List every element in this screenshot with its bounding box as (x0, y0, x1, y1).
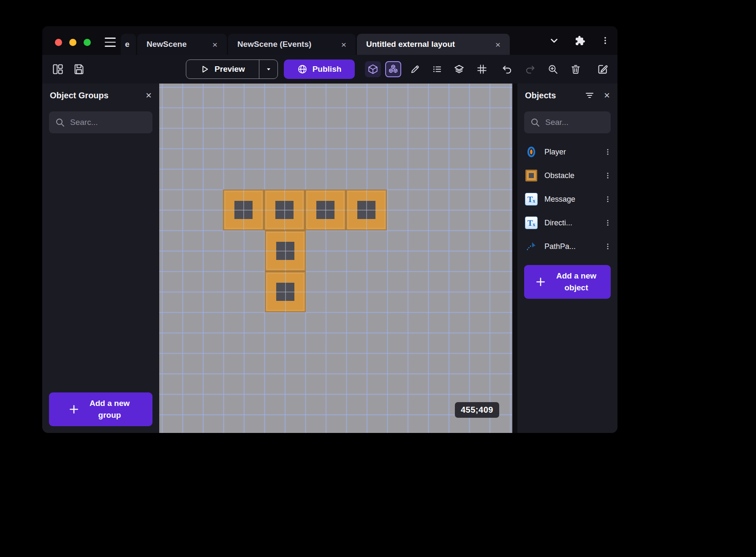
plus-icon (68, 404, 79, 415)
object-name: Player (544, 148, 597, 157)
object-name: Directi... (544, 219, 597, 227)
tab-partial[interactable]: e (121, 34, 136, 55)
object-menu-icon[interactable] (604, 219, 612, 227)
tab-label: Untitled external layout (366, 40, 455, 49)
scene-canvas[interactable]: 455;409 (159, 84, 512, 433)
object-search[interactable] (524, 111, 611, 133)
object-search-input[interactable] (545, 118, 605, 127)
add-object-label: Add a new object (553, 270, 600, 293)
close-tab-icon[interactable]: × (495, 40, 500, 49)
tab-newscene[interactable]: NewScene × (137, 34, 227, 55)
obstacle-tile[interactable] (346, 189, 387, 230)
object-groups-title: Object Groups (50, 91, 109, 100)
tab-label: NewScene (Events) (237, 40, 311, 49)
object-row-message[interactable]: Tx Message (517, 187, 617, 211)
group-search[interactable] (49, 111, 152, 133)
plus-icon (535, 276, 546, 287)
close-tab-icon[interactable]: × (212, 40, 218, 49)
preview-label: Preview (215, 65, 245, 74)
obstacle-icon (525, 169, 538, 182)
toolbar: Preview Publish (42, 55, 617, 84)
globe-icon (297, 64, 307, 74)
object-menu-icon[interactable] (604, 148, 612, 156)
traffic-lights (55, 39, 91, 46)
close-panel-icon[interactable]: × (604, 90, 610, 100)
filter-icon[interactable] (585, 90, 595, 100)
object-name: Message (544, 195, 597, 204)
object-row-player[interactable]: Player (517, 140, 617, 164)
objects-panel: Objects × Playe (517, 84, 617, 433)
redo-icon[interactable] (524, 63, 536, 76)
save-icon[interactable] (73, 63, 85, 76)
scene-cube-icon[interactable] (365, 61, 381, 77)
object-menu-icon[interactable] (604, 195, 612, 203)
search-icon (55, 117, 65, 127)
edit-scene-icon[interactable] (596, 63, 609, 76)
undo-icon[interactable] (501, 63, 514, 76)
properties-list-icon[interactable] (431, 63, 443, 76)
preview-button[interactable]: Preview (186, 59, 278, 79)
object-row-obstacle[interactable]: Obstacle (517, 164, 617, 187)
object-groups-panel: Object Groups × Add a new group (42, 84, 159, 433)
panel-divider (512, 84, 517, 433)
close-panel-icon[interactable]: × (146, 90, 152, 100)
zoom-window-button[interactable] (84, 39, 91, 46)
play-icon (200, 65, 209, 74)
text-object-icon: Tx (525, 216, 538, 229)
search-icon (530, 117, 540, 127)
obstacle-tile[interactable] (223, 189, 264, 230)
object-name: Obstacle (544, 171, 597, 180)
publish-label: Publish (313, 65, 342, 74)
layers-icon[interactable] (453, 63, 465, 76)
titlebar: e NewScene × NewScene (Events) × Untitle… (42, 26, 617, 55)
object-row-directions[interactable]: Tx Directi... (517, 211, 617, 235)
tab-bar: e NewScene × NewScene (Events) × Untitle… (121, 34, 510, 55)
extensions-puzzle-icon[interactable] (575, 35, 585, 46)
tab-label: e (125, 40, 130, 49)
trash-icon[interactable] (569, 63, 582, 76)
text-object-icon: Tx (525, 193, 538, 205)
publish-button[interactable]: Publish (284, 59, 355, 79)
add-object-button[interactable]: Add a new object (524, 265, 611, 299)
zoom-in-icon[interactable] (547, 63, 559, 76)
add-group-button[interactable]: Add a new group (49, 392, 152, 426)
project-manager-icon[interactable] (52, 63, 64, 76)
close-window-button[interactable] (55, 39, 62, 46)
close-tab-icon[interactable]: × (341, 40, 346, 49)
tab-label: NewScene (147, 40, 187, 49)
objects-title: Objects (525, 91, 556, 100)
group-search-input[interactable] (70, 118, 147, 127)
titlebar-actions (549, 26, 610, 55)
player-icon (525, 146, 538, 158)
chevron-down-icon[interactable] (549, 35, 560, 46)
tab-newscene-events[interactable]: NewScene (Events) × (228, 34, 356, 55)
obstacle-tile[interactable] (264, 189, 305, 230)
app-window: e NewScene × NewScene (Events) × Untitle… (42, 26, 617, 433)
grid-icon[interactable] (476, 63, 488, 76)
object-name: PathPa... (544, 242, 597, 251)
add-group-label: Add a new group (86, 397, 133, 421)
cursor-coordinates-badge: 455;409 (455, 402, 499, 418)
obstacle-tile[interactable] (305, 189, 346, 230)
object-list: Player Obstacle Tx Message (517, 133, 617, 258)
instances-cubes-icon[interactable] (385, 61, 401, 77)
preview-options-caret[interactable] (259, 60, 277, 78)
editor-content: Object Groups × Add a new group 455;409 (42, 84, 617, 433)
minimize-window-button[interactable] (69, 39, 76, 46)
kebab-menu-icon[interactable] (601, 36, 610, 45)
edit-pencil-icon[interactable] (409, 63, 422, 76)
object-menu-icon[interactable] (604, 242, 612, 251)
tab-untitled-external-layout[interactable]: Untitled external layout × (357, 34, 510, 55)
path-icon (525, 240, 538, 253)
obstacle-tile[interactable] (265, 230, 306, 271)
obstacle-tile[interactable] (265, 271, 306, 312)
main-menu-icon[interactable] (105, 38, 116, 47)
group-list-empty (42, 133, 159, 386)
object-menu-icon[interactable] (604, 171, 612, 180)
object-row-pathpaint[interactable]: PathPa... (517, 235, 617, 258)
